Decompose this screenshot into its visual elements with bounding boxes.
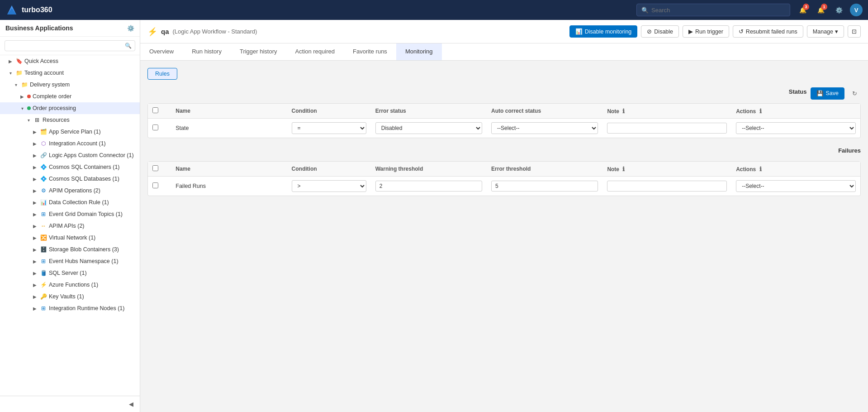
status-condition-select[interactable]: = != > < (292, 122, 366, 134)
apim-api-icon: ↔ (40, 222, 47, 230)
failures-error-threshold-input[interactable]: 5 (491, 181, 598, 192)
sidebar-settings-icon[interactable]: ⚙️ (127, 25, 134, 32)
sidebar-item-quick-access[interactable]: ▶ 🔖 Quick Access (0, 55, 140, 67)
sidebar-item-storage-blob[interactable]: ▶ 🗄️ Storage Blob Containers (3) (0, 244, 140, 255)
sidebar-search: 🔍 (0, 37, 140, 55)
sidebar-item-testing-account[interactable]: ▾ 📁 Testing account (0, 67, 140, 79)
sidebar-item-logic-apps-connector[interactable]: ▶ 🔗 Logic Apps Custom Connector (1) (0, 149, 140, 161)
apim-icon: ⚙ (40, 187, 47, 194)
sidebar-item-order-processing[interactable]: ▾ Order processing (0, 102, 140, 114)
status-refresh-button[interactable]: ↻ (848, 87, 861, 100)
sidebar-item-apim-operations[interactable]: ▶ ⚙ APIM Operations (2) (0, 185, 140, 196)
status-row-select-checkbox[interactable] (152, 125, 158, 130)
sidebar-label-key-vaults: Key Vaults (1) (49, 293, 136, 300)
main-layout: Business Applications ⚙️ 🔍 ▶ 🔖 Quick Acc… (0, 20, 868, 412)
status-save-button[interactable]: 💾 Save (811, 87, 845, 100)
sidebar-item-integration-runtime[interactable]: ▶ ⊞ Integration Runtime Nodes (1) (0, 302, 140, 314)
sidebar-item-cosmos-containers[interactable]: ▶ 💠 Cosmos SQL Containers (1) (0, 161, 140, 173)
sidebar-item-virtual-network[interactable]: ▶ 🔀 Virtual Network (1) (0, 232, 140, 244)
note-info-icon[interactable]: ℹ (622, 108, 625, 115)
rules-tab-bar: Rules (147, 68, 861, 80)
failures-actions-select[interactable]: --Select-- Send notification Create inci… (736, 180, 856, 192)
failures-actions-info-icon[interactable]: ℹ (759, 166, 762, 172)
sidebar-item-event-hubs[interactable]: ▶ ⊞ Event Hubs Namespace (1) (0, 255, 140, 267)
status-row-name: State (171, 119, 287, 138)
disable-button[interactable]: ⊘ Disable (641, 25, 679, 38)
sidebar-item-integration-account[interactable]: ▶ ⬡ Integration Account (1) (0, 138, 140, 149)
tab-monitoring[interactable]: Monitoring (396, 43, 442, 60)
status-row-condition: = != > < (287, 119, 371, 138)
status-error-status-select[interactable]: Disabled Enabled Warning Error (375, 122, 482, 134)
failures-save-row: Failures (147, 147, 861, 158)
settings-button[interactable]: ⚙️ (832, 3, 846, 17)
status-header-name: Name (171, 104, 287, 119)
status-note-input[interactable] (607, 123, 727, 134)
sidebar-search-icon: 🔍 (125, 43, 132, 49)
failures-note-info-icon[interactable]: ℹ (622, 166, 625, 172)
chevron-icon: ▶ (32, 211, 38, 217)
sidebar-item-resources[interactable]: ▾ ⊞ Resources (0, 114, 140, 126)
chevron-icon: ▶ (32, 187, 38, 194)
integration-icon: ⬡ (40, 140, 47, 147)
chevron-icon: ▶ (32, 199, 38, 206)
sidebar-item-cosmos-databases[interactable]: ▶ 💠 Cosmos SQL Databases (1) (0, 173, 140, 185)
disable-monitoring-button[interactable]: 📊 Disable monitoring (569, 25, 638, 38)
user-avatar[interactable]: V (850, 4, 863, 16)
chevron-icon: ▶ (32, 282, 38, 288)
tab-trigger-history[interactable]: Trigger history (231, 43, 286, 60)
run-trigger-button[interactable]: ▶ Run trigger (683, 25, 729, 38)
status-actions-select[interactable]: --Select-- Send notification Create inci… (736, 122, 856, 134)
status-row-error-status: Disabled Enabled Warning Error (371, 119, 487, 138)
status-auto-correct-select[interactable]: --Select-- Yes No (491, 122, 598, 134)
status-select-all-checkbox[interactable] (152, 107, 158, 113)
actions-info-icon[interactable]: ℹ (759, 108, 762, 115)
search-input[interactable] (651, 7, 785, 14)
sidebar-item-event-grid[interactable]: ▶ ⊞ Event Grid Domain Topics (1) (0, 208, 140, 220)
runtime-icon: ⊞ (40, 305, 47, 312)
tab-favorite-runs[interactable]: Favorite runs (344, 43, 396, 60)
failures-table-card: Name Condition Warning threshold Error t… (147, 161, 861, 196)
sidebar-label-event-hubs: Event Hubs Namespace (1) (49, 258, 136, 264)
sidebar-label-app-service-plan: App Service Plan (1) (49, 129, 136, 135)
failures-section: Failures Name (147, 147, 861, 196)
tab-action-required[interactable]: Action required (286, 43, 344, 60)
sidebar-item-azure-functions[interactable]: ▶ ⚡ Azure Functions (1) (0, 279, 140, 291)
status-row-checkbox (148, 119, 171, 138)
disable-icon: ⊘ (647, 28, 652, 35)
failures-select-all-checkbox[interactable] (152, 165, 158, 171)
sidebar-item-apim-apis[interactable]: ▶ ↔ APIM APIs (2) (0, 220, 140, 232)
status-row-actions: --Select-- Send notification Create inci… (731, 119, 860, 138)
resubmit-failed-runs-button[interactable]: ↺ Resubmit failed runs (733, 25, 803, 38)
failures-warning-input[interactable]: 2 (375, 181, 482, 192)
sidebar-item-app-service-plan[interactable]: ▶ 🗂️ App Service Plan (1) (0, 126, 140, 138)
sidebar-item-data-collection-rule[interactable]: ▶ 📊 Data Collection Rule (1) (0, 196, 140, 208)
chevron-icon: ▶ (32, 246, 38, 253)
failures-condition-select[interactable]: > >= = < <= (292, 180, 366, 192)
manage-button[interactable]: Manage ▾ (807, 25, 844, 38)
sidebar-collapse-button[interactable]: ◀ (127, 399, 135, 409)
data-collection-icon: 📊 (40, 199, 47, 206)
folder-icon: 📁 (21, 81, 28, 88)
failures-row-error-threshold: 5 (487, 177, 602, 196)
sidebar-item-key-vaults[interactable]: ▶ 🔑 Key Vaults (1) (0, 291, 140, 302)
chevron-icon: ▶ (32, 305, 38, 311)
search-box[interactable]: 🔍 (636, 4, 790, 16)
event-grid-icon: ⊞ (40, 211, 47, 218)
sidebar-item-complete-order[interactable]: ▶ Complete order (0, 91, 140, 102)
sidebar-item-delivery-system[interactable]: ▾ 📁 Delivery system (0, 79, 140, 91)
tab-run-history[interactable]: Run history (183, 43, 231, 60)
rules-tab-rules[interactable]: Rules (147, 68, 177, 80)
sidebar-search-input[interactable] (5, 40, 135, 51)
notifications-badge: 3 (803, 4, 809, 10)
more-options-button[interactable]: ⊡ (848, 25, 861, 38)
sidebar-item-sql-server[interactable]: ▶ 🛢️ SQL Server (1) (0, 267, 140, 279)
failures-row-select-checkbox[interactable] (152, 182, 158, 188)
app-logo[interactable]: turbo360 (5, 4, 52, 16)
chevron-icon: ▾ (19, 105, 25, 111)
alerts-button[interactable]: 🔔 1 (814, 3, 828, 17)
failures-note-input[interactable] (607, 181, 727, 192)
notifications-button[interactable]: 🔔 3 (796, 3, 810, 17)
tab-overview[interactable]: Overview (140, 43, 183, 60)
nav-icons: 🔔 3 🔔 1 ⚙️ V (796, 3, 863, 17)
chevron-icon: ▶ (32, 223, 38, 229)
